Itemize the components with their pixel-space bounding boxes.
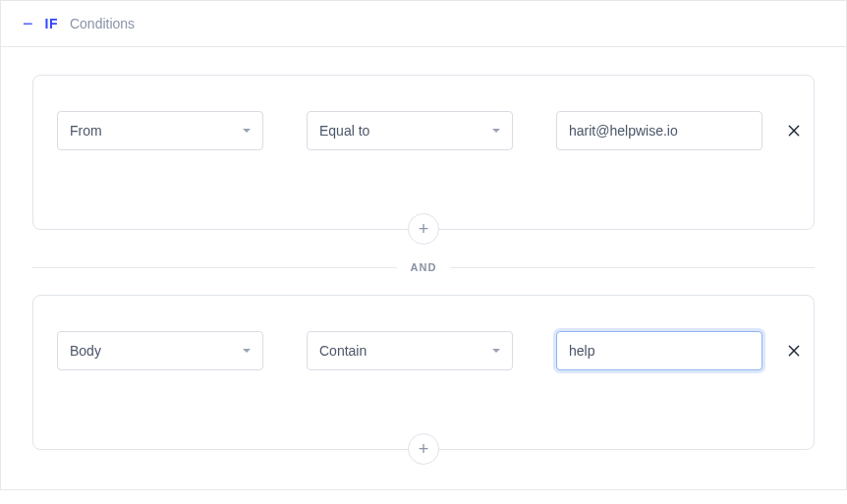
collapse-icon[interactable]: − [23,15,33,32]
operator-select[interactable]: Equal to [307,111,513,150]
condition-card: Body Contain + [32,295,815,450]
and-label: AND [397,261,451,273]
remove-condition-button[interactable] [786,339,802,363]
condition-row: Body Contain [57,331,790,370]
close-icon [786,343,802,359]
add-condition-button[interactable]: + [408,433,439,465]
field-select[interactable]: From [57,111,263,150]
chevron-down-icon [243,129,251,133]
chevron-down-icon [243,349,251,353]
operator-select-value: Contain [319,343,367,359]
close-icon [786,123,802,139]
field-select-value: From [70,123,102,139]
value-input[interactable] [556,331,762,370]
field-select-value: Body [70,343,101,359]
condition-row: From Equal to [57,111,790,150]
field-select[interactable]: Body [57,331,263,370]
conditions-panel: − IF Conditions From Equal to [0,0,847,490]
add-condition-button[interactable]: + [408,213,439,245]
chevron-down-icon [492,129,500,133]
operator-select[interactable]: Contain [307,331,513,370]
plus-icon: + [419,220,429,238]
chevron-down-icon [492,349,500,353]
conditions-label: Conditions [70,16,135,31]
operator-select-value: Equal to [319,123,369,139]
and-separator: AND [32,261,815,273]
remove-condition-button[interactable] [786,119,802,142]
condition-card: From Equal to + [32,75,815,230]
if-label: IF [45,16,58,31]
value-input[interactable] [556,111,762,150]
plus-icon: + [419,440,429,458]
panel-header: − IF Conditions [1,1,846,47]
panel-body: From Equal to + AND [1,47,846,489]
